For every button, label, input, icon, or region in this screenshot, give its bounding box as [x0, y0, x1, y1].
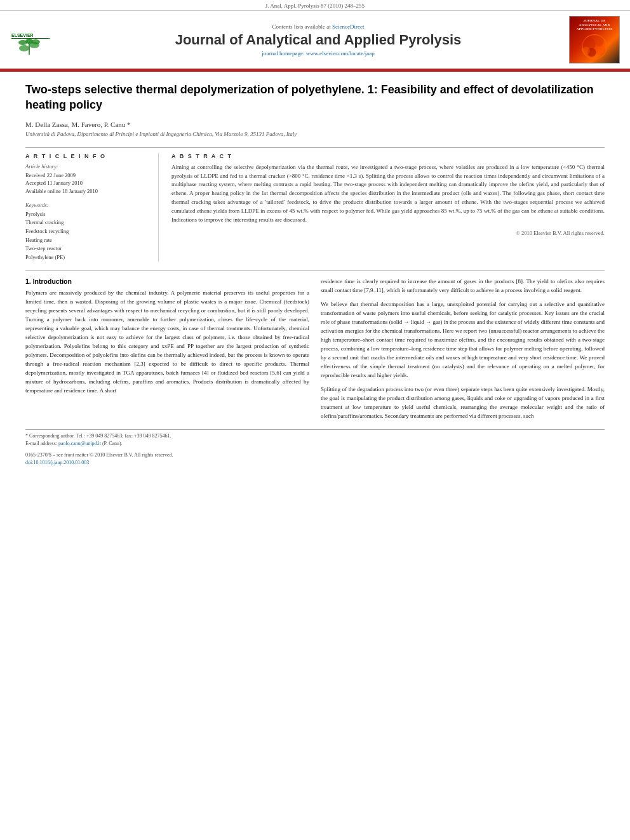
- svg-point-4: [19, 45, 29, 51]
- received-date: Received 22 June 2009: [25, 171, 149, 180]
- footnote-email: E-mail address: paolo.canu@unipd.it (P. …: [25, 440, 605, 448]
- article-title: Two-steps selective thermal depolymeriza…: [25, 82, 605, 113]
- issn-text: 0165-2370/$ – see front matter © 2010 El…: [25, 451, 605, 459]
- intro-paragraph-2: residence time is clearly required to in…: [321, 277, 605, 295]
- body-divider: [25, 270, 605, 271]
- article-info-panel: A R T I C L E I N F O Article history: R…: [25, 153, 159, 262]
- doi-text: doi:10.1016/j.jaap.2010.01.003: [25, 459, 605, 467]
- keywords-list: Pyrolysis Thermal cracking Feedstock rec…: [25, 210, 149, 262]
- body-right-col: residence time is clearly required to in…: [321, 277, 605, 420]
- journal-info-center: Contents lists available at ScienceDirec…: [80, 23, 556, 57]
- homepage-link[interactable]: journal homepage: www.elsevier.com/locat…: [262, 50, 374, 57]
- svg-point-14: [582, 46, 590, 54]
- body-left-col: 1. Introduction Polymers are massively p…: [25, 277, 309, 420]
- header-divider: [25, 147, 605, 148]
- journal-cover-image: JOURNAL OFANALYTICAL ANDAPPLIED PYROLYSI…: [569, 16, 620, 63]
- affiliation: Università di Padova, Dipartimento di Pr…: [25, 131, 605, 137]
- keyword-5: Two-step reactor: [25, 244, 149, 253]
- authors: M. Della Zassa, M. Favero, P. Canu *: [25, 121, 605, 128]
- abstract-text: Aiming at controlling the selective depo…: [171, 163, 605, 225]
- svg-point-8: [25, 39, 33, 44]
- keywords-label: Keywords:: [25, 202, 149, 208]
- elsevier-logo-area: ELSEVIER: [10, 24, 80, 56]
- journal-homepage: journal homepage: www.elsevier.com/locat…: [80, 50, 556, 57]
- journal-header: ELSEVIER Contents lists available at Sci…: [0, 11, 630, 70]
- article-history-label: Article history:: [25, 163, 149, 170]
- keyword-3: Feedstock recycling: [25, 227, 149, 236]
- keyword-1: Pyrolysis: [25, 210, 149, 219]
- introduction-title: 1. Introduction: [25, 277, 309, 285]
- abstract-panel: A B S T R A C T Aiming at controlling th…: [171, 153, 605, 262]
- citation-text: J. Anal. Appl. Pyrolysis 87 (2010) 248–2…: [265, 3, 365, 9]
- svg-rect-0: [10, 24, 74, 56]
- intro-paragraph-3: We believe that thermal decomposition ha…: [321, 300, 605, 380]
- intro-paragraph-1: Polymers are massively produced by the c…: [25, 289, 309, 395]
- article-info-heading: A R T I C L E I N F O: [25, 153, 149, 159]
- svg-text:ELSEVIER: ELSEVIER: [11, 33, 34, 37]
- footnote-area: * Corresponding author. Tel.: +39 049 82…: [25, 429, 605, 467]
- copyright-line: © 2010 Elsevier B.V. All rights reserved…: [171, 230, 605, 236]
- article-container: Two-steps selective thermal depolymeriza…: [0, 72, 630, 479]
- citation-bar: J. Anal. Appl. Pyrolysis 87 (2010) 248–2…: [0, 0, 630, 11]
- elsevier-logo-icon: ELSEVIER: [10, 24, 74, 56]
- cover-art-icon: [575, 33, 613, 61]
- available-date: Available online 18 January 2010: [25, 187, 149, 196]
- keyword-6: Polyethylene (PE): [25, 253, 149, 262]
- svg-point-13: [594, 36, 604, 46]
- keyword-4: Heating rate: [25, 236, 149, 245]
- intro-paragraph-4: Splitting of the degradation process int…: [321, 385, 605, 421]
- svg-rect-2: [11, 38, 50, 39]
- email-link[interactable]: paolo.canu@unipd.it: [58, 441, 101, 446]
- journal-title: Journal of Analytical and Applied Pyroly…: [80, 32, 556, 48]
- journal-cover-area: JOURNAL OFANALYTICAL ANDAPPLIED PYROLYSI…: [556, 16, 620, 63]
- body-section: 1. Introduction Polymers are massively p…: [25, 277, 605, 420]
- accepted-date: Accepted 11 January 2010: [25, 179, 149, 187]
- sciencedirect-link-text[interactable]: ScienceDirect: [332, 23, 364, 30]
- sciencedirect-link: Contents lists available at ScienceDirec…: [80, 23, 556, 30]
- footnote-corresponding: * Corresponding author. Tel.: +39 049 82…: [25, 432, 605, 440]
- article-info-abstract-section: A R T I C L E I N F O Article history: R…: [25, 153, 605, 262]
- keyword-2: Thermal cracking: [25, 218, 149, 227]
- abstract-heading: A B S T R A C T: [171, 153, 605, 159]
